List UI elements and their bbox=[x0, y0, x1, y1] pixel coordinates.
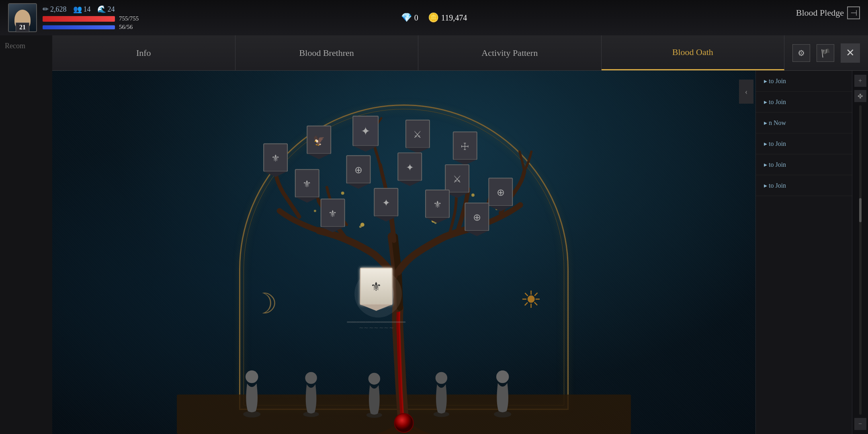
svg-text:☀: ☀ bbox=[520, 287, 542, 313]
back-arrow[interactable]: ‹ bbox=[739, 80, 753, 104]
close-button[interactable]: ✕ bbox=[841, 43, 860, 63]
tab-blood-oath[interactable]: Blood Oath bbox=[602, 35, 785, 70]
coin-icon: 🪙 bbox=[428, 12, 439, 23]
zoom-in-button[interactable]: + bbox=[854, 75, 866, 87]
svg-text:⚜: ⚜ bbox=[433, 199, 442, 210]
back-chevron-icon: ‹ bbox=[745, 87, 748, 96]
gem-icon: 💎 bbox=[401, 12, 412, 23]
tab-blood-brethren[interactable]: Blood Brethren bbox=[235, 35, 419, 70]
svg-point-9 bbox=[471, 194, 475, 197]
coin-currency: 🪙 119,474 bbox=[428, 12, 467, 23]
tab-bar: Info Blood Brethren Activity Pattern Blo… bbox=[52, 35, 868, 71]
svg-text:🦅: 🦅 bbox=[313, 135, 325, 146]
sidebar-item-2[interactable]: ▸ to Join bbox=[756, 92, 868, 113]
svg-text:✦: ✦ bbox=[406, 162, 414, 173]
blood-pledge-button[interactable]: Blood Pledge ⊣ bbox=[796, 6, 860, 19]
join-label-5[interactable]: ▸ to Join bbox=[764, 161, 786, 168]
speed-stat: 🌊 24 bbox=[97, 5, 115, 14]
svg-text:⁓ ⁓ ⁓ ⁓ ⁓ ⁓ ⁓: ⁓ ⁓ ⁓ ⁓ ⁓ ⁓ ⁓ bbox=[359, 326, 393, 330]
recom-label: Recom bbox=[0, 35, 52, 57]
svg-text:⚜: ⚜ bbox=[271, 153, 280, 164]
tree-canvas: ☽ ☀ ✦ 🦅 bbox=[52, 71, 755, 434]
svg-text:⚔: ⚔ bbox=[413, 129, 422, 140]
plus-icon: + bbox=[858, 77, 862, 84]
tab-activity-pattern[interactable]: Activity Pattern bbox=[418, 35, 602, 70]
content-area: ☽ ☀ ✦ 🦅 bbox=[52, 71, 755, 434]
svg-text:⊕: ⊕ bbox=[354, 165, 362, 175]
svg-point-1 bbox=[394, 414, 413, 432]
mp-row: 56/56 bbox=[43, 24, 139, 31]
tab-icons-area: ⚙ 🏴 ✕ bbox=[784, 35, 868, 70]
right-sidebar: ▸ to Join ▸ to Join ▸ n Now ▸ to Join ▸ … bbox=[755, 71, 868, 434]
scroll-track bbox=[859, 105, 862, 415]
svg-point-17 bbox=[368, 373, 380, 385]
svg-marker-46 bbox=[398, 180, 422, 186]
close-icon: ✕ bbox=[846, 47, 855, 59]
sidebar-item-5[interactable]: ▸ to Join bbox=[756, 154, 868, 175]
level-badge: 21 bbox=[16, 23, 29, 32]
svg-marker-28 bbox=[307, 154, 331, 159]
topbar: 21 ✏ 2,628 👥 14 🌊 24 bbox=[0, 0, 868, 35]
speed-icon: 🌊 bbox=[97, 5, 106, 14]
svg-text:⚜: ⚜ bbox=[303, 179, 311, 189]
share-icon: 🏴 bbox=[821, 48, 831, 58]
svg-text:☩: ☩ bbox=[461, 141, 469, 152]
svg-marker-37 bbox=[453, 160, 477, 165]
svg-text:☽: ☽ bbox=[252, 288, 278, 319]
pan-button[interactable]: ✤ bbox=[854, 90, 866, 102]
attack-icon: ✏ bbox=[43, 5, 49, 14]
mp-bar bbox=[43, 25, 115, 29]
join-label-6[interactable]: ▸ to Join bbox=[764, 182, 786, 189]
hp-fill bbox=[43, 16, 115, 22]
svg-point-5 bbox=[359, 225, 362, 228]
sidebar-item-4[interactable]: ▸ to Join bbox=[756, 133, 868, 154]
svg-marker-61 bbox=[426, 218, 449, 223]
join-now-label[interactable]: ▸ n Now bbox=[764, 119, 786, 127]
hp-label: 755/755 bbox=[119, 15, 139, 22]
svg-point-15 bbox=[305, 372, 317, 384]
exit-icon[interactable]: ⊣ bbox=[847, 6, 860, 19]
svg-text:✦: ✦ bbox=[361, 125, 370, 137]
svg-marker-34 bbox=[406, 148, 430, 154]
join-label-1[interactable]: ▸ to Join bbox=[764, 77, 786, 85]
svg-point-8 bbox=[341, 192, 344, 195]
gem-currency: 💎 0 bbox=[401, 12, 418, 23]
tab-info[interactable]: Info bbox=[52, 35, 235, 70]
join-label-2[interactable]: ▸ to Join bbox=[764, 98, 786, 106]
left-sidebar: Recom bbox=[0, 35, 52, 434]
share-tab-icon[interactable]: 🏴 bbox=[817, 44, 834, 62]
svg-marker-31 bbox=[264, 172, 287, 177]
svg-marker-58 bbox=[374, 216, 398, 222]
scroll-controls: + ✤ − bbox=[852, 71, 868, 434]
attack-stat: ✏ 2,628 bbox=[43, 5, 67, 14]
hp-bar bbox=[43, 16, 115, 22]
svg-marker-64 bbox=[465, 231, 489, 236]
minus-icon: − bbox=[858, 420, 862, 428]
svg-point-10 bbox=[314, 210, 316, 212]
svg-text:✦: ✦ bbox=[382, 198, 390, 208]
scroll-thumb[interactable] bbox=[859, 198, 862, 222]
zoom-out-button[interactable]: − bbox=[854, 418, 866, 430]
hp-row: 755/755 bbox=[43, 15, 139, 22]
currency-area: 💎 0 🪙 119,474 bbox=[401, 0, 467, 35]
svg-text:⚜: ⚜ bbox=[328, 209, 337, 219]
stats-area: ✏ 2,628 👥 14 🌊 24 755/755 bbox=[43, 5, 139, 31]
settings-icon: ⚙ bbox=[798, 48, 805, 58]
svg-text:⚜: ⚜ bbox=[371, 280, 382, 294]
svg-marker-40 bbox=[295, 197, 319, 203]
def-stat: 👥 14 bbox=[73, 5, 91, 14]
svg-point-21 bbox=[496, 371, 509, 383]
sidebar-item-6[interactable]: ▸ to Join bbox=[756, 175, 868, 196]
sidebar-item-3[interactable]: ▸ n Now bbox=[756, 113, 868, 133]
sidebar-item-1[interactable]: ▸ to Join bbox=[756, 71, 868, 92]
settings-tab-icon[interactable]: ⚙ bbox=[792, 44, 810, 62]
svg-text:⚔: ⚔ bbox=[453, 174, 462, 184]
move-icon: ✤ bbox=[858, 92, 863, 100]
svg-text:⊕: ⊕ bbox=[473, 212, 481, 223]
join-label-4[interactable]: ▸ to Join bbox=[764, 140, 786, 147]
svg-text:═══════════════════: ═══════════════════ bbox=[347, 319, 406, 324]
avatar-area: 21 ✏ 2,628 👥 14 🌊 24 bbox=[8, 3, 139, 32]
mp-fill bbox=[43, 25, 115, 29]
main-panel: Info Blood Brethren Activity Pattern Blo… bbox=[52, 35, 868, 434]
svg-point-19 bbox=[436, 372, 447, 384]
